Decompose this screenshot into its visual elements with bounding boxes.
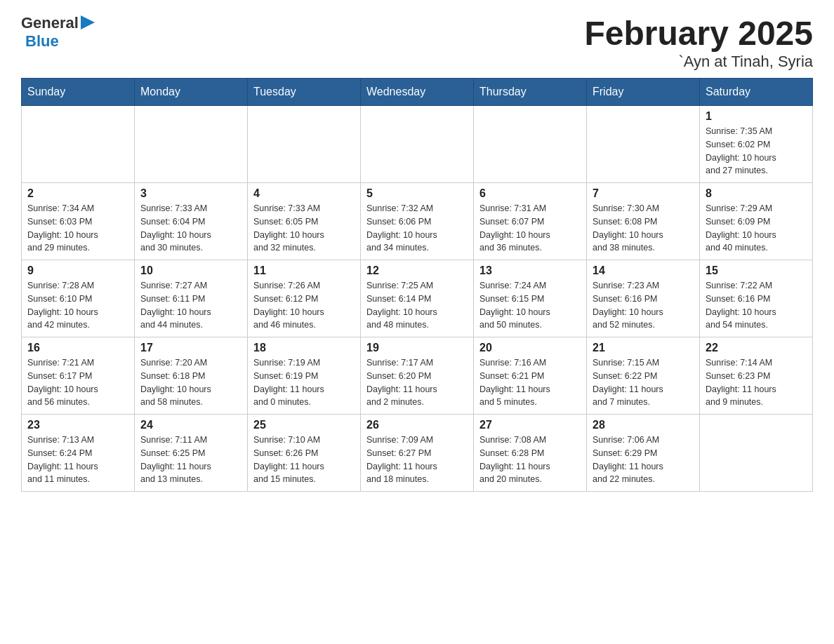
day-info: Sunrise: 7:28 AM Sunset: 6:10 PM Dayligh…: [27, 279, 128, 332]
logo-general-text: General: [21, 14, 79, 32]
day-info: Sunrise: 7:30 AM Sunset: 6:08 PM Dayligh…: [593, 202, 694, 255]
day-number: 19: [366, 342, 468, 354]
day-number: 28: [593, 419, 694, 431]
calendar-cell: [22, 106, 135, 183]
day-number: 24: [140, 419, 241, 431]
day-info: Sunrise: 7:06 AM Sunset: 6:29 PM Dayligh…: [593, 434, 694, 486]
calendar-cell: 21Sunrise: 7:15 AM Sunset: 6:22 PM Dayli…: [587, 337, 700, 415]
day-number: 27: [479, 419, 581, 431]
location-title: `Ayn at Tinah, Syria: [584, 53, 813, 71]
calendar-cell: [248, 106, 361, 183]
col-monday: Monday: [135, 79, 248, 106]
day-number: 11: [253, 264, 355, 277]
day-info: Sunrise: 7:26 AM Sunset: 6:12 PM Dayligh…: [253, 279, 355, 332]
day-info: Sunrise: 7:23 AM Sunset: 6:16 PM Dayligh…: [593, 279, 694, 332]
calendar-cell: 5Sunrise: 7:32 AM Sunset: 6:06 PM Daylig…: [361, 183, 474, 260]
day-info: Sunrise: 7:24 AM Sunset: 6:15 PM Dayligh…: [479, 279, 581, 332]
calendar-cell: 4Sunrise: 7:33 AM Sunset: 6:05 PM Daylig…: [248, 183, 361, 260]
day-number: 12: [366, 264, 468, 277]
day-info: Sunrise: 7:25 AM Sunset: 6:14 PM Dayligh…: [366, 279, 468, 332]
day-info: Sunrise: 7:13 AM Sunset: 6:24 PM Dayligh…: [27, 434, 128, 486]
logo-blue-text: Blue: [25, 32, 59, 51]
calendar-cell: 2Sunrise: 7:34 AM Sunset: 6:03 PM Daylig…: [22, 183, 135, 260]
day-info: Sunrise: 7:15 AM Sunset: 6:22 PM Dayligh…: [593, 356, 694, 409]
col-wednesday: Wednesday: [361, 79, 474, 106]
day-info: Sunrise: 7:09 AM Sunset: 6:27 PM Dayligh…: [366, 434, 468, 486]
calendar-cell: 26Sunrise: 7:09 AM Sunset: 6:27 PM Dayli…: [361, 415, 474, 492]
calendar-cell: [474, 106, 587, 183]
day-info: Sunrise: 7:33 AM Sunset: 6:05 PM Dayligh…: [253, 202, 355, 255]
day-number: 6: [479, 187, 581, 200]
day-number: 8: [706, 187, 807, 200]
day-info: Sunrise: 7:08 AM Sunset: 6:28 PM Dayligh…: [479, 434, 581, 486]
calendar-cell: 28Sunrise: 7:06 AM Sunset: 6:29 PM Dayli…: [587, 415, 700, 492]
week-row-3: 9Sunrise: 7:28 AM Sunset: 6:10 PM Daylig…: [22, 260, 813, 337]
day-info: Sunrise: 7:34 AM Sunset: 6:03 PM Dayligh…: [27, 202, 128, 255]
day-info: Sunrise: 7:17 AM Sunset: 6:20 PM Dayligh…: [366, 356, 468, 409]
calendar-table: Sunday Monday Tuesday Wednesday Thursday…: [21, 78, 813, 492]
day-info: Sunrise: 7:32 AM Sunset: 6:06 PM Dayligh…: [366, 202, 468, 255]
day-info: Sunrise: 7:29 AM Sunset: 6:09 PM Dayligh…: [706, 202, 807, 255]
day-number: 13: [479, 264, 581, 277]
day-info: Sunrise: 7:16 AM Sunset: 6:21 PM Dayligh…: [479, 356, 581, 409]
calendar-cell: 7Sunrise: 7:30 AM Sunset: 6:08 PM Daylig…: [587, 183, 700, 260]
day-number: 17: [140, 342, 241, 354]
title-block: February 2025 `Ayn at Tinah, Syria: [584, 14, 813, 71]
day-info: Sunrise: 7:11 AM Sunset: 6:25 PM Dayligh…: [140, 434, 241, 486]
calendar-cell: 23Sunrise: 7:13 AM Sunset: 6:24 PM Dayli…: [22, 415, 135, 492]
col-tuesday: Tuesday: [248, 79, 361, 106]
calendar-cell: 18Sunrise: 7:19 AM Sunset: 6:19 PM Dayli…: [248, 337, 361, 415]
day-info: Sunrise: 7:33 AM Sunset: 6:04 PM Dayligh…: [140, 202, 241, 255]
day-number: 5: [366, 187, 468, 200]
day-info: Sunrise: 7:19 AM Sunset: 6:19 PM Dayligh…: [253, 356, 355, 409]
calendar-cell: 6Sunrise: 7:31 AM Sunset: 6:07 PM Daylig…: [474, 183, 587, 260]
logo: General Blue: [21, 14, 96, 51]
calendar-cell: 19Sunrise: 7:17 AM Sunset: 6:20 PM Dayli…: [361, 337, 474, 415]
calendar-cell: 13Sunrise: 7:24 AM Sunset: 6:15 PM Dayli…: [474, 260, 587, 337]
day-info: Sunrise: 7:31 AM Sunset: 6:07 PM Dayligh…: [479, 202, 581, 255]
day-info: Sunrise: 7:22 AM Sunset: 6:16 PM Dayligh…: [706, 279, 807, 332]
calendar-cell: 8Sunrise: 7:29 AM Sunset: 6:09 PM Daylig…: [700, 183, 813, 260]
logo-arrow-icon: [81, 15, 96, 29]
calendar-cell: [587, 106, 700, 183]
day-number: 4: [253, 187, 355, 200]
day-number: 15: [706, 264, 807, 277]
day-number: 1: [706, 110, 807, 123]
svg-marker-0: [81, 15, 95, 29]
calendar-cell: [135, 106, 248, 183]
day-info: Sunrise: 7:20 AM Sunset: 6:18 PM Dayligh…: [140, 356, 241, 409]
day-info: Sunrise: 7:27 AM Sunset: 6:11 PM Dayligh…: [140, 279, 241, 332]
day-number: 23: [27, 419, 128, 431]
day-number: 2: [27, 187, 128, 200]
col-saturday: Saturday: [700, 79, 813, 106]
week-row-2: 2Sunrise: 7:34 AM Sunset: 6:03 PM Daylig…: [22, 183, 813, 260]
day-number: 3: [140, 187, 241, 200]
day-number: 14: [593, 264, 694, 277]
day-number: 21: [593, 342, 694, 354]
calendar-cell: 17Sunrise: 7:20 AM Sunset: 6:18 PM Dayli…: [135, 337, 248, 415]
col-friday: Friday: [587, 79, 700, 106]
calendar-cell: 22Sunrise: 7:14 AM Sunset: 6:23 PM Dayli…: [700, 337, 813, 415]
calendar-cell: 11Sunrise: 7:26 AM Sunset: 6:12 PM Dayli…: [248, 260, 361, 337]
day-number: 10: [140, 264, 241, 277]
calendar-header-row: Sunday Monday Tuesday Wednesday Thursday…: [22, 79, 813, 106]
day-info: Sunrise: 7:10 AM Sunset: 6:26 PM Dayligh…: [253, 434, 355, 486]
calendar-cell: 20Sunrise: 7:16 AM Sunset: 6:21 PM Dayli…: [474, 337, 587, 415]
day-number: 22: [706, 342, 807, 354]
day-number: 9: [27, 264, 128, 277]
calendar-cell: 16Sunrise: 7:21 AM Sunset: 6:17 PM Dayli…: [22, 337, 135, 415]
day-info: Sunrise: 7:35 AM Sunset: 6:02 PM Dayligh…: [706, 125, 807, 177]
day-number: 20: [479, 342, 581, 354]
calendar-cell: 27Sunrise: 7:08 AM Sunset: 6:28 PM Dayli…: [474, 415, 587, 492]
page-header: General Blue February 2025 `Ayn at Tinah…: [21, 14, 813, 71]
col-sunday: Sunday: [22, 79, 135, 106]
day-number: 7: [593, 187, 694, 200]
calendar-cell: 24Sunrise: 7:11 AM Sunset: 6:25 PM Dayli…: [135, 415, 248, 492]
calendar-cell: 25Sunrise: 7:10 AM Sunset: 6:26 PM Dayli…: [248, 415, 361, 492]
day-number: 25: [253, 419, 355, 431]
calendar-cell: 9Sunrise: 7:28 AM Sunset: 6:10 PM Daylig…: [22, 260, 135, 337]
day-info: Sunrise: 7:21 AM Sunset: 6:17 PM Dayligh…: [27, 356, 128, 409]
calendar-cell: [700, 415, 813, 492]
calendar-cell: 3Sunrise: 7:33 AM Sunset: 6:04 PM Daylig…: [135, 183, 248, 260]
calendar-cell: 1Sunrise: 7:35 AM Sunset: 6:02 PM Daylig…: [700, 106, 813, 183]
